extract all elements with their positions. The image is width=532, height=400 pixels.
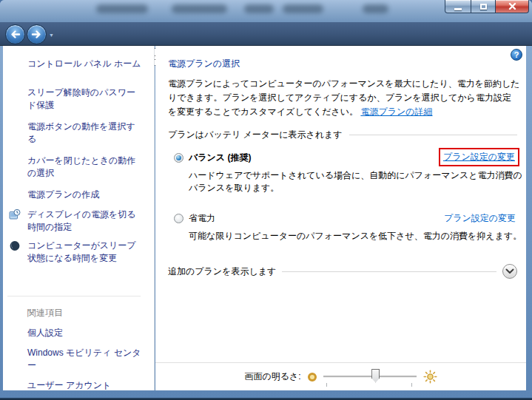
power-plan-details-link[interactable]: 電源プランの詳細 xyxy=(360,106,432,117)
sleep-moon-icon xyxy=(9,240,21,251)
slider-track[interactable] xyxy=(323,376,417,377)
sidebar-item-control-panel-home[interactable]: コントロール パネル ホーム xyxy=(3,58,148,70)
brightness-label: 画面の明るさ: xyxy=(244,370,300,383)
power-saver-change-settings-link[interactable]: プラン設定の変更 xyxy=(444,212,516,225)
minimize-button[interactable] xyxy=(445,0,471,13)
balanced-plan-name[interactable]: バランス (推奨) xyxy=(189,152,251,164)
plan-power-saver: 省電力 プラン設定の変更 可能な限りコンピューターのパフォーマンスを低下させ、電… xyxy=(168,212,517,243)
sidebar-item-user-accounts[interactable]: ユーザー アカウント xyxy=(3,379,148,392)
additional-plans-row: 追加のプランを表示します xyxy=(168,264,517,279)
page-title: 電源プランの選択 xyxy=(168,58,517,70)
forward-arrow-icon xyxy=(30,28,43,41)
brightness-slider[interactable] xyxy=(323,368,417,386)
help-icon[interactable]: ? xyxy=(511,49,522,61)
titlebar-smudge xyxy=(363,4,388,13)
sidebar-item-personalization[interactable]: 個人設定 xyxy=(3,327,148,339)
history-dropdown[interactable]: ▼ xyxy=(49,33,54,38)
balanced-radio[interactable] xyxy=(174,153,183,163)
slider-thumb[interactable] xyxy=(371,369,380,383)
annotation-red-box: プラン設定の変更 xyxy=(439,148,519,166)
maximize-button[interactable] xyxy=(471,0,495,13)
forward-button[interactable] xyxy=(27,24,47,44)
sidebar-item-sleep-time[interactable]: コンピューターがスリープ状態になる時間を変更 xyxy=(3,240,148,265)
main-content: ? 電源プランの選択 電源プランによってコンピューターのパフォーマンスを最大にし… xyxy=(155,46,526,390)
power-saver-plan-name[interactable]: 省電力 xyxy=(189,212,215,225)
display-clock-icon xyxy=(9,209,21,220)
sidebar-item-mobility-center[interactable]: Windows モビリティ センター xyxy=(3,347,148,372)
titlebar-smudge xyxy=(172,4,227,13)
sidebar-item-power-buttons[interactable]: 電源ボタンの動作を選択する xyxy=(3,121,148,146)
sidebar-item-display-off-time[interactable]: ディスプレイの電源を切る時間の指定 xyxy=(3,209,148,234)
power-saver-radio[interactable] xyxy=(174,214,183,223)
additional-plans-rule xyxy=(282,271,496,272)
back-arrow-icon xyxy=(9,28,21,41)
sidebar-separator xyxy=(7,296,141,296)
close-button[interactable] xyxy=(495,0,529,13)
brightness-high-icon xyxy=(423,370,437,384)
chevron-down-icon xyxy=(505,268,514,274)
caption-buttons xyxy=(445,0,529,13)
related-items-header: 関連項目 xyxy=(3,307,148,319)
back-button[interactable] xyxy=(5,24,25,44)
sidebar-item-lid-close[interactable]: カバーを閉じたときの動作の選択 xyxy=(3,155,148,180)
balanced-plan-description: ハードウェアでサポートされている場合に、自動的にパフォーマンスと電力消費のバラン… xyxy=(189,169,523,194)
brightness-bar: 画面の明るさ: xyxy=(155,362,526,390)
battery-meter-group-label: プランはバッテリ メーターに表示されます xyxy=(168,129,343,141)
battery-meter-group: プランはバッテリ メーターに表示されます xyxy=(168,129,517,141)
brightness-low-icon xyxy=(308,373,317,382)
intro-text: 電源プランによってコンピューターのパフォーマンスを最大にしたり、電力を節約したり… xyxy=(168,77,520,119)
power-options-window: ▼ « システムとセキュリティ ▶ 電源オプション ▼ xyxy=(0,0,532,400)
additional-plans-label: 追加のプランを表示します xyxy=(168,265,276,278)
titlebar-smudge xyxy=(96,4,148,13)
close-icon xyxy=(508,2,516,10)
plan-balanced: バランス (推奨) プラン設定の変更 ハードウェアでサポートされている場合に、自… xyxy=(168,152,517,194)
titlebar-smudge xyxy=(283,4,323,13)
titlebar xyxy=(0,0,532,22)
slider-tick xyxy=(326,383,327,387)
group-rule xyxy=(349,135,517,135)
maximize-icon xyxy=(480,4,487,10)
sidebar-item-wake-password[interactable]: スリープ解除時のパスワード保護 xyxy=(3,87,148,112)
slider-tick xyxy=(411,383,412,387)
sidebar-item-create-plan[interactable]: 電源プランの作成 xyxy=(3,189,148,201)
minimize-icon xyxy=(454,8,462,10)
titlebar-smudge xyxy=(244,4,274,13)
sidebar: コントロール パネル ホーム スリープ解除時のパスワード保護 電源ボタンの動作を… xyxy=(3,46,155,390)
power-saver-plan-description: 可能な限りコンピューターのパフォーマンスを低下させ、電力の消費を抑えます。 xyxy=(189,230,523,243)
navigation-bar: ▼ « システムとセキュリティ ▶ 電源オプション ▼ xyxy=(0,22,532,46)
expand-plans-button[interactable] xyxy=(502,264,517,279)
balanced-change-settings-link[interactable]: プラン設定の変更 xyxy=(443,152,515,162)
